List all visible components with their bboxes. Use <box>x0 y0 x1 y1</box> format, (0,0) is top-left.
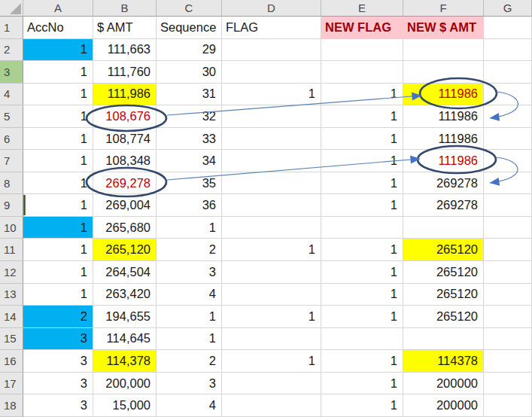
cell-D4[interactable]: 1 <box>222 84 321 106</box>
cell-G10[interactable] <box>484 217 532 239</box>
cell-B10[interactable]: 265,680 <box>93 217 157 239</box>
cell-A8[interactable]: 1 <box>23 172 93 195</box>
cell-G14[interactable] <box>484 306 532 328</box>
cell-F1[interactable]: NEW $ AMT <box>403 17 484 39</box>
cell-B1[interactable]: $ AMT <box>93 17 157 39</box>
row-header-14[interactable]: 14 <box>0 306 23 328</box>
cell-G6[interactable] <box>484 128 532 151</box>
cell-A10[interactable]: 1 <box>23 217 93 239</box>
cell-G12[interactable] <box>484 261 532 284</box>
cell-E4[interactable]: 1 <box>321 84 403 106</box>
row-header-6[interactable]: 6 <box>0 128 23 151</box>
column-header-F[interactable]: F <box>403 0 484 17</box>
row-header-18[interactable]: 18 <box>0 394 23 417</box>
cell-C8[interactable]: 35 <box>157 172 222 195</box>
cell-C2[interactable]: 29 <box>157 39 222 62</box>
cell-C5[interactable]: 32 <box>157 105 222 128</box>
cell-B9[interactable]: 269,004 <box>93 194 157 217</box>
cell-B8[interactable]: 269,278 <box>93 172 157 195</box>
cell-D16[interactable]: 1 <box>222 350 321 373</box>
cell-D10[interactable] <box>222 217 321 239</box>
cell-A12[interactable]: 1 <box>23 261 93 284</box>
row-header-9[interactable]: 9 <box>0 194 23 217</box>
cell-G7[interactable] <box>484 150 532 172</box>
cell-B3[interactable]: 111,760 <box>93 61 157 84</box>
cell-A2[interactable]: 1 <box>23 39 93 62</box>
cell-G18[interactable] <box>484 394 532 417</box>
row-header-3[interactable]: 3 <box>0 61 23 84</box>
cell-F10[interactable] <box>403 217 484 239</box>
cell-F11[interactable]: 265120 <box>403 239 484 261</box>
row-header-4[interactable]: 4 <box>0 84 23 106</box>
cell-B2[interactable]: 111,663 <box>93 39 157 62</box>
cell-D9[interactable] <box>222 194 321 217</box>
cell-D2[interactable] <box>222 39 321 62</box>
column-header-D[interactable]: D <box>222 0 321 17</box>
cell-B4[interactable]: 111,986 <box>93 84 157 106</box>
cell-C12[interactable]: 3 <box>157 261 222 284</box>
column-header-A[interactable]: A <box>23 0 93 17</box>
cell-G5[interactable] <box>484 105 532 128</box>
cell-F2[interactable] <box>403 39 484 62</box>
cell-E1[interactable]: NEW FLAG <box>321 17 403 39</box>
cell-C16[interactable]: 2 <box>157 350 222 373</box>
row-header-15[interactable]: 15 <box>0 328 23 351</box>
cell-G3[interactable] <box>484 61 532 84</box>
row-header-2[interactable]: 2 <box>0 39 23 62</box>
cell-B17[interactable]: 200,000 <box>93 373 157 395</box>
cell-B15[interactable]: 114,645 <box>93 328 157 351</box>
cell-E9[interactable]: 1 <box>321 194 403 217</box>
cell-A11[interactable]: 1 <box>23 239 93 261</box>
cell-E16[interactable]: 1 <box>321 350 403 373</box>
cell-F15[interactable] <box>403 328 484 351</box>
cell-E5[interactable]: 1 <box>321 105 403 128</box>
cell-A7[interactable]: 1 <box>23 150 93 172</box>
column-header-G[interactable]: G <box>484 0 532 17</box>
cell-B6[interactable]: 108,774 <box>93 128 157 151</box>
cell-E7[interactable]: 1 <box>321 150 403 172</box>
cell-A16[interactable]: 3 <box>23 350 93 373</box>
cell-A5[interactable]: 1 <box>23 105 93 128</box>
cell-F8[interactable]: 269278 <box>403 172 484 195</box>
cell-A6[interactable]: 1 <box>23 128 93 151</box>
cell-F12[interactable]: 265120 <box>403 261 484 284</box>
cell-D17[interactable] <box>222 373 321 395</box>
cell-A17[interactable]: 3 <box>23 373 93 395</box>
cell-C11[interactable]: 2 <box>157 239 222 261</box>
cell-E10[interactable] <box>321 217 403 239</box>
cell-G9[interactable] <box>484 194 532 217</box>
row-header-8[interactable]: 8 <box>0 172 23 195</box>
cell-F9[interactable]: 269278 <box>403 194 484 217</box>
cell-D15[interactable] <box>222 328 321 351</box>
column-header-C[interactable]: C <box>157 0 222 17</box>
cell-C9[interactable]: 36 <box>157 194 222 217</box>
cell-B12[interactable]: 264,504 <box>93 261 157 284</box>
cell-E18[interactable]: 1 <box>321 394 403 417</box>
cell-D8[interactable] <box>222 172 321 195</box>
cell-A15[interactable]: 3 <box>23 328 93 351</box>
cell-A3[interactable]: 1 <box>23 61 93 84</box>
cell-C3[interactable]: 30 <box>157 61 222 84</box>
cell-F5[interactable]: 111986 <box>403 105 484 128</box>
cell-G1[interactable] <box>484 17 532 39</box>
cell-F7[interactable]: 111986 <box>403 150 484 172</box>
cell-D6[interactable] <box>222 128 321 151</box>
cell-C15[interactable]: 1 <box>157 328 222 351</box>
cell-A1[interactable]: AccNo <box>23 17 93 39</box>
cell-B18[interactable]: 15,000 <box>93 394 157 417</box>
cell-C17[interactable]: 3 <box>157 373 222 395</box>
cell-G17[interactable] <box>484 373 532 395</box>
cell-E13[interactable]: 1 <box>321 284 403 306</box>
cell-G4[interactable] <box>484 84 532 106</box>
cell-E14[interactable]: 1 <box>321 306 403 328</box>
cell-A9[interactable]: 1 <box>23 194 93 217</box>
cell-E3[interactable] <box>321 61 403 84</box>
column-header-E[interactable]: E <box>321 0 403 17</box>
row-header-16[interactable]: 16 <box>0 350 23 373</box>
cell-D7[interactable] <box>222 150 321 172</box>
cell-C18[interactable]: 4 <box>157 394 222 417</box>
row-header-11[interactable]: 11 <box>0 239 23 261</box>
cell-C1[interactable]: Sequence <box>157 17 222 39</box>
row-header-13[interactable]: 13 <box>0 284 23 306</box>
cell-D18[interactable] <box>222 394 321 417</box>
